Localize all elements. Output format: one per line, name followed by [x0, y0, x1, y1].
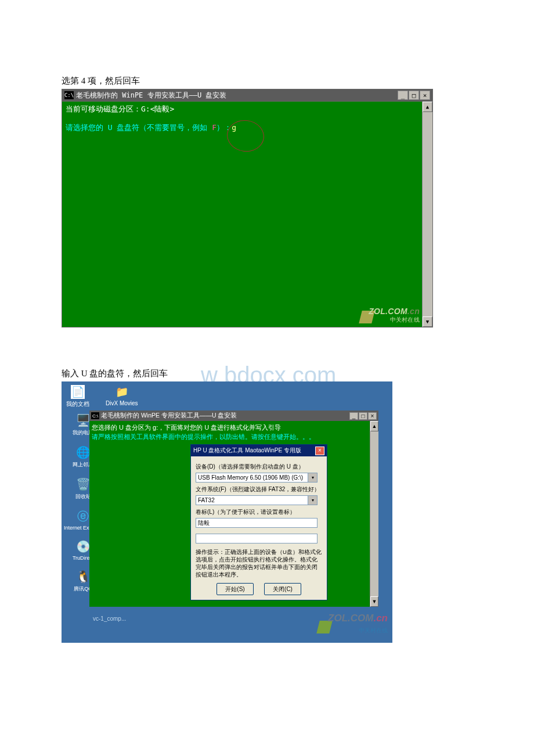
maximize-button[interactable]: □: [359, 412, 367, 420]
divx-icon: 📁: [115, 385, 129, 399]
titlebar-2: C:\ 老毛桃制作的 WinPE 专用安装工具——U 盘安装 _ □ ×: [89, 411, 378, 421]
terminal-1[interactable]: 当前可移动磁盘分区：G:<陆毅> 请选择您的 U 盘盘符（不需要冒号，例如 F）…: [62, 102, 422, 327]
desktop-icons-row: 📄 我的文档 📁 DivX Movies: [66, 385, 138, 408]
cmd-icon: C:\: [64, 91, 74, 99]
close-button[interactable]: ×: [420, 91, 430, 100]
close-button[interactable]: ×: [368, 412, 377, 420]
caption-2: 输入 U 盘的盘符，然后回车 w bdocx com: [62, 368, 534, 379]
minimize-button[interactable]: _: [398, 91, 408, 100]
terminal-2[interactable]: 您选择的 U 盘分区为 g:，下面将对您的 U 盘进行格式化并写入引导 请严格按…: [89, 421, 370, 607]
desktop-icon-mydocs[interactable]: 📄 我的文档: [66, 385, 89, 408]
label-filesystem: 文件系统(F)（强烈建议选择 FAT32，兼容性好）: [196, 485, 322, 494]
recycle-icon: 🗑️: [75, 477, 91, 492]
cmd-icon: C:\: [91, 412, 99, 419]
maximize-button[interactable]: □: [409, 91, 419, 100]
dialog-close-button[interactable]: ×: [315, 447, 324, 455]
volume-label-input[interactable]: 陆毅: [196, 518, 317, 528]
scroll-down-icon[interactable]: ▼: [370, 596, 378, 607]
term2-line1: 您选择的 U 盘分区为 g:，下面将对您的 U 盘进行格式化并写入引导: [92, 423, 367, 432]
close-button[interactable]: 关闭(C): [264, 583, 301, 595]
start-button[interactable]: 开始(S): [217, 583, 254, 595]
inner-window: C:\ 老毛桃制作的 WinPE 专用安装工具——U 盘安装 _ □ × 您选择…: [89, 411, 378, 607]
label-device: 设备(D)（请选择需要制作启动盘的 U 盘）: [196, 462, 322, 471]
scrollbar-1[interactable]: ▲ ▼: [422, 102, 432, 327]
dialog-title: HP U 盘格式化工具 MaotaoWinPE 专用版: [193, 446, 301, 455]
titlebar-1: C:\ 老毛桃制作的 WinPE 专用安装工具——U 盘安装 _ □ ×: [62, 89, 433, 102]
minimize-button[interactable]: _: [349, 412, 358, 420]
window-title-1: 老毛桃制作的 WinPE 专用安装工具——U 盘安装: [76, 91, 397, 100]
client-area-2: 您选择的 U 盘分区为 g:，下面将对您的 U 盘进行格式化并写入引导 请严格按…: [89, 421, 378, 607]
filesystem-combobox[interactable]: FAT32 ▾: [196, 495, 317, 505]
scroll-up-icon[interactable]: ▲: [423, 102, 432, 112]
screenshot-1: C:\ 老毛桃制作的 WinPE 专用安装工具——U 盘安装 _ □ × 当前可…: [62, 89, 433, 327]
zol-watermark-1: ZOL.COM.cn 中关村在线: [369, 308, 420, 323]
qq-icon: 🐧: [75, 569, 91, 584]
label-volume: 卷标(L)（为了便于标识，请设置卷标）: [196, 507, 322, 517]
extra-input[interactable]: [196, 534, 317, 543]
desktop-icon-divx[interactable]: 📁 DivX Movies: [106, 385, 138, 408]
term1-line1: 当前可移动磁盘分区：G:<陆毅>: [66, 104, 418, 114]
dialog-titlebar: HP U 盘格式化工具 MaotaoWinPE 专用版 ×: [191, 445, 327, 456]
taskbar-item[interactable]: vc-1_comp...: [93, 615, 126, 622]
dropdown-icon[interactable]: ▾: [308, 496, 317, 505]
zol-watermark-2: ZOL.COM.cn 中关村在线: [328, 613, 388, 635]
scrollbar-2[interactable]: ▲ ▼: [370, 421, 378, 607]
device-combobox[interactable]: USB Flash Memory 6.50 (1906 MB) (G:\) ▾: [196, 473, 317, 483]
ie-icon: ⓔ: [75, 509, 91, 524]
client-area-1: 当前可移动磁盘分区：G:<陆毅> 请选择您的 U 盘盘符（不需要冒号，例如 F）…: [62, 102, 433, 327]
caption-1: 选第 4 项，然后回车: [62, 75, 534, 87]
term2-line2: 请严格按照相关工具软件界面中的提示操作，以防出错。请按任意键开始。。。: [92, 432, 367, 441]
network-icon: 🌐: [75, 445, 91, 460]
computer-icon: 🖥️: [75, 413, 91, 428]
term1-line2: 请选择您的 U 盘盘符（不需要冒号，例如 F）：g: [66, 123, 418, 133]
window-title-2: 老毛桃制作的 WinPE 专用安装工具——U 盘安装: [101, 412, 349, 420]
dvd-icon: 💿: [75, 539, 91, 554]
dropdown-icon[interactable]: ▾: [308, 473, 317, 482]
scroll-down-icon[interactable]: ▼: [423, 316, 432, 327]
dialog-hint: 操作提示：正确选择上面的设备（U盘）和格式化选项后，点击开始按钮执行格式化操作。…: [196, 548, 322, 578]
screenshot-2: 📄 我的文档 📁 DivX Movies 🖥️ 我的电脑 🌐 网上邻居 🗑️ 回…: [62, 381, 392, 643]
format-dialog: HP U 盘格式化工具 MaotaoWinPE 专用版 × 设备(D)（请选择需…: [190, 444, 327, 600]
document-icon: 📄: [71, 385, 85, 399]
scroll-up-icon[interactable]: ▲: [370, 421, 378, 431]
